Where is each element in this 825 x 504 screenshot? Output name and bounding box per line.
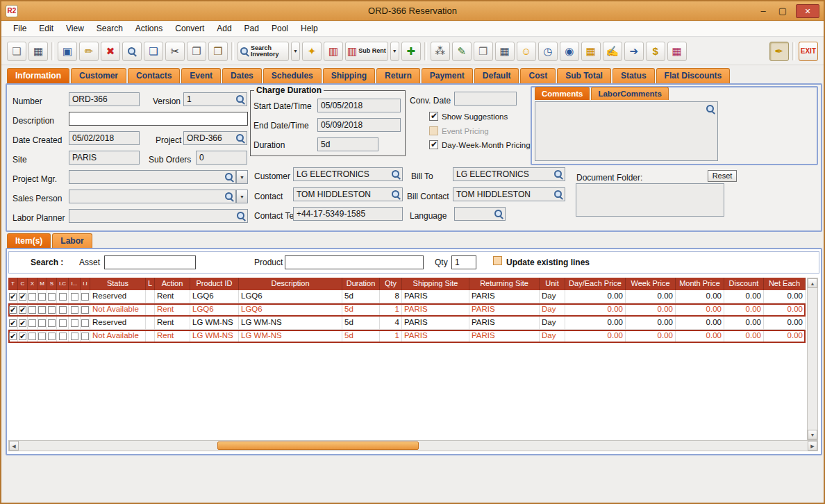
tab-contacts[interactable]: Contacts [128, 68, 180, 83]
asset-input[interactable] [104, 255, 196, 269]
delete-icon[interactable]: ✖ [101, 42, 120, 61]
col-header-s[interactable]: S [47, 278, 57, 290]
customer-lookup-icon[interactable] [391, 169, 401, 179]
close-button[interactable]: ✕ [796, 4, 819, 18]
row-checkbox-i-c[interactable] [59, 293, 67, 301]
language-lookup-icon[interactable] [494, 209, 503, 219]
document-convert-icon[interactable]: ❏ [144, 42, 163, 61]
contact-tel-field[interactable]: +44-17-5349-1585 [293, 207, 403, 221]
project-mgr-field[interactable] [69, 170, 236, 184]
col-header-description[interactable]: Description [239, 278, 342, 290]
scroll-up-button[interactable]: ▲ [808, 278, 817, 288]
col-header-i-i[interactable]: I.I [81, 278, 90, 290]
menu-help[interactable]: Help [294, 22, 324, 36]
sales-person-dropdown[interactable]: ▼ [236, 190, 248, 203]
col-header-day-each-price[interactable]: Day/Each Price [565, 278, 626, 290]
print-icon[interactable]: ▦ [28, 42, 48, 61]
sub-orders-field[interactable]: 0 [196, 151, 247, 165]
menu-actions[interactable]: Actions [129, 22, 169, 36]
cube-icon[interactable]: ▦ [581, 42, 601, 61]
project-lookup-icon[interactable] [235, 133, 245, 143]
row-checkbox-m[interactable] [38, 293, 46, 301]
tab-flat-discounts[interactable]: Flat Discounts [656, 68, 731, 83]
version-lookup-icon[interactable] [235, 94, 245, 104]
row-checkbox-i-[interactable] [71, 306, 78, 314]
customer-field[interactable]: LG ELECTRONICS [293, 167, 403, 181]
tab-schedules[interactable]: Schedules [263, 68, 322, 83]
col-header-x[interactable]: X [28, 278, 38, 290]
comments-tab-comments[interactable]: Comments [535, 87, 590, 100]
description-field[interactable] [69, 112, 248, 126]
comments-box[interactable] [535, 101, 718, 161]
row-checkbox-s[interactable] [48, 306, 56, 314]
copy-icon[interactable]: ❐ [187, 42, 206, 61]
duration-field[interactable]: 5d [317, 137, 378, 151]
tab-shipping[interactable]: Shipping [323, 68, 375, 83]
col-header-qty[interactable]: Qty [380, 278, 402, 290]
scroll-down-button[interactable]: ▼ [808, 430, 817, 439]
sub-rent-button[interactable]: ▥Sub Rent [345, 42, 388, 61]
pages-icon[interactable]: ❒ [474, 42, 493, 61]
sales-person-lookup-icon[interactable] [224, 192, 234, 201]
wand-icon[interactable]: ✒ [769, 42, 789, 61]
paste-icon[interactable]: ❒ [208, 42, 228, 61]
add-icon[interactable]: ✚ [401, 42, 421, 61]
row-checkbox-s[interactable] [48, 319, 56, 327]
scroll-right-button[interactable]: ▶ [808, 441, 817, 451]
reset-button[interactable]: Reset [708, 170, 737, 182]
row-checkbox-i-[interactable] [71, 319, 78, 327]
col-header-returning-site[interactable]: Returning Site [469, 278, 540, 290]
items-tab-item-s[interactable]: Item(s) [7, 233, 51, 249]
version-field[interactable]: 1 [183, 92, 247, 106]
update-existing-lines-checkbox[interactable] [493, 256, 502, 265]
horizontal-scroll-thumb[interactable] [217, 442, 419, 450]
day-week-month-pricing-checkbox[interactable] [429, 140, 438, 149]
tab-payment[interactable]: Payment [422, 68, 473, 83]
show-suggestions-checkbox[interactable] [429, 112, 438, 121]
menu-search[interactable]: Search [90, 22, 129, 36]
save-icon[interactable]: ▣ [58, 42, 77, 61]
labor-planner-field[interactable] [69, 209, 248, 223]
search-inventory-button[interactable]: Search Inventory [238, 42, 289, 61]
tab-event[interactable]: Event [181, 68, 221, 83]
col-header-month-price[interactable]: Month Price [676, 278, 724, 290]
grid-row-2[interactable]: Not AvailableRentLGQ6LGQ65d1PARISPARISDa… [8, 303, 806, 317]
grid-row-1[interactable]: ReservedRentLGQ6LGQ65d8PARISPARISDay0.00… [8, 290, 806, 303]
row-checkbox-c[interactable] [19, 319, 26, 327]
col-header-t[interactable]: T [8, 278, 18, 290]
project-mgr-lookup-icon[interactable] [224, 172, 234, 182]
bill-to-lookup-icon[interactable] [553, 169, 563, 179]
comments-lookup-icon[interactable] [706, 104, 715, 114]
row-checkbox-t[interactable] [9, 293, 17, 301]
menu-view[interactable]: View [60, 22, 90, 36]
row-checkbox-i-c[interactable] [59, 319, 67, 327]
col-header-l[interactable]: L [146, 278, 155, 290]
sub-rent-button-dropdown[interactable]: ▼ [390, 42, 399, 61]
event-pricing-checkbox[interactable] [429, 126, 438, 135]
row-checkbox-i-[interactable] [71, 293, 78, 301]
new-document-icon[interactable]: ❏ [7, 42, 26, 61]
bill-contact-field[interactable]: TOM HIDDLESTON [453, 187, 565, 201]
contact-lookup-icon[interactable] [391, 190, 401, 199]
col-header-m[interactable]: M [38, 278, 47, 290]
write-icon[interactable]: ✍ [603, 42, 622, 61]
col-header-i-c[interactable]: I.C [57, 278, 69, 290]
row-checkbox-i-c[interactable] [59, 306, 67, 314]
row-checkbox-x[interactable] [28, 333, 36, 340]
bill-contact-lookup-icon[interactable] [553, 190, 563, 199]
row-checkbox-i-[interactable] [71, 333, 78, 340]
row-checkbox-c[interactable] [19, 333, 26, 340]
maximize-button[interactable]: ▢ [776, 6, 789, 16]
pool-icon[interactable]: ⁂ [431, 42, 450, 61]
date-created-field[interactable]: 05/02/2018 [69, 131, 140, 145]
row-checkbox-t[interactable] [9, 333, 17, 340]
row-checkbox-i-i[interactable] [81, 293, 89, 301]
row-checkbox-i-c[interactable] [59, 333, 67, 340]
exit-button[interactable]: EXIT [799, 42, 818, 61]
row-checkbox-t[interactable] [9, 306, 17, 314]
project-field[interactable]: ORD-366 [183, 131, 247, 145]
menu-file[interactable]: File [7, 22, 33, 36]
row-checkbox-i-i[interactable] [81, 319, 89, 327]
comments-tab-laborcomments[interactable]: LaborComments [591, 87, 668, 100]
row-checkbox-m[interactable] [38, 306, 46, 314]
